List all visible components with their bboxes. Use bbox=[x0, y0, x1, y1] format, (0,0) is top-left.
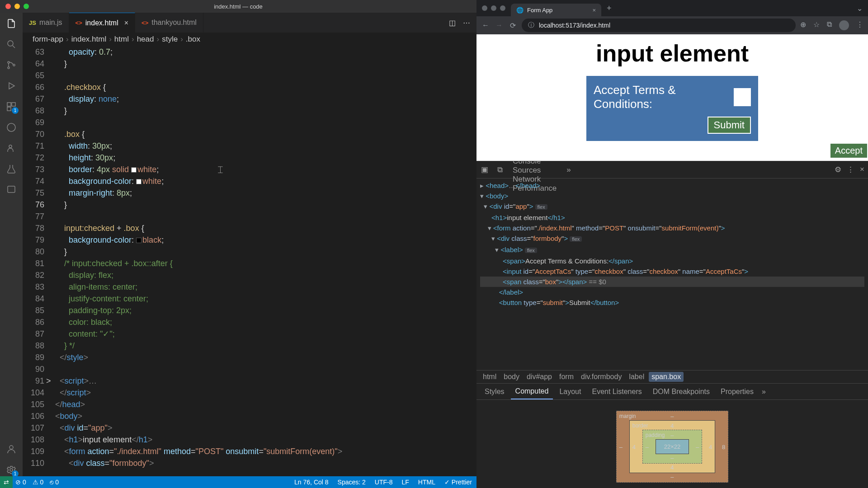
dom-node[interactable]: <span>Accept Terms & Conditions:</span> bbox=[480, 256, 864, 266]
status-lang[interactable]: HTML bbox=[418, 479, 435, 486]
disclosure-triangle-icon[interactable]: ▾ bbox=[495, 246, 499, 253]
minimize-window-icon[interactable] bbox=[14, 4, 20, 9]
custom-checkbox[interactable] bbox=[734, 88, 751, 106]
browser-tab[interactable]: 🌐 Form App × bbox=[511, 4, 601, 16]
dom-node[interactable]: </label> bbox=[480, 287, 864, 297]
inspect-icon[interactable]: ▣ bbox=[476, 165, 493, 174]
code-line[interactable]: <body> bbox=[55, 410, 476, 422]
breadcrumb-item[interactable]: index.html bbox=[71, 35, 106, 44]
code-line[interactable]: background-color: black; bbox=[55, 234, 476, 246]
code-line[interactable]: <form action="./index.html" method="POST… bbox=[55, 446, 476, 457]
run-debug-icon[interactable] bbox=[5, 80, 18, 92]
more-tabs-icon[interactable]: » bbox=[562, 165, 575, 174]
code-line[interactable]: width: 30px; bbox=[55, 140, 476, 152]
more-subtabs-icon[interactable]: » bbox=[762, 388, 766, 396]
code-line[interactable]: opacity: 0.7; bbox=[55, 46, 476, 58]
forward-button[interactable]: → bbox=[495, 21, 504, 29]
code-line[interactable]: .checkbox { bbox=[55, 81, 476, 93]
breadcrumb-item[interactable]: .box bbox=[186, 35, 200, 44]
dom-node[interactable]: ▾ <form action="./index.html" method="PO… bbox=[480, 223, 864, 233]
code-line[interactable] bbox=[55, 117, 476, 128]
devtools-tab[interactable]: Sources bbox=[507, 166, 562, 175]
fold-icon[interactable]: > bbox=[46, 375, 51, 387]
testing-icon[interactable] bbox=[5, 163, 18, 175]
breadcrumb-item[interactable]: style bbox=[162, 35, 178, 44]
code-line[interactable]: } */ bbox=[55, 340, 476, 352]
code-line[interactable]: padding-top: 2px; bbox=[55, 305, 476, 316]
status-errors[interactable]: ⊘ 0 bbox=[15, 479, 26, 486]
split-editor-icon[interactable]: ◫ bbox=[449, 19, 456, 27]
code-line[interactable]: } bbox=[55, 199, 476, 211]
code-line[interactable]: } bbox=[55, 105, 476, 117]
code-line[interactable]: border: 4px solid white;⌶ bbox=[55, 164, 476, 175]
close-tab-icon[interactable]: × bbox=[124, 19, 128, 27]
dom-crumb[interactable]: div#app bbox=[524, 372, 555, 382]
code-line[interactable]: <div id="app"> bbox=[55, 422, 476, 434]
devtools-subtab[interactable]: Styles bbox=[480, 384, 509, 399]
code-line[interactable] bbox=[55, 363, 476, 375]
dom-crumb[interactable]: div.formbody bbox=[578, 372, 624, 382]
disclosure-triangle-icon[interactable] bbox=[488, 214, 490, 221]
code-line[interactable]: display: none; bbox=[55, 93, 476, 105]
code-line[interactable]: display: flex; bbox=[55, 269, 476, 281]
dom-tree[interactable]: ▸ <head>…</head>▾ <body> ▾ <div id="app"… bbox=[476, 178, 868, 370]
more-actions-icon[interactable]: ⋯ bbox=[463, 19, 470, 27]
code-line[interactable]: background-color: white; bbox=[55, 175, 476, 187]
close-tab-icon[interactable]: × bbox=[592, 7, 596, 14]
code-line[interactable]: } bbox=[55, 246, 476, 258]
status-warnings[interactable]: ⚠ 0 bbox=[33, 479, 44, 486]
dom-crumb[interactable]: body bbox=[501, 372, 522, 382]
code-line[interactable]: color: black; bbox=[55, 316, 476, 328]
search-icon[interactable] bbox=[5, 38, 18, 51]
breadcrumb-item[interactable]: head bbox=[137, 35, 154, 44]
editor-tab[interactable]: JSmain.js bbox=[23, 13, 69, 33]
code-line[interactable]: input:checked + .box { bbox=[55, 222, 476, 234]
remote-indicator[interactable]: ⇄ bbox=[0, 476, 13, 488]
code-line[interactable]: margin-right: 8px; bbox=[55, 187, 476, 199]
status-lncol[interactable]: Ln 76, Col 8 bbox=[294, 479, 329, 486]
code-line[interactable]: <div class="formbody"> bbox=[55, 457, 476, 469]
code-line[interactable]: <h1>input element</h1> bbox=[55, 434, 476, 446]
disclosure-triangle-icon[interactable] bbox=[499, 257, 501, 265]
status-encoding[interactable]: UTF-8 bbox=[375, 479, 393, 486]
disclosure-triangle-icon[interactable]: ▾ bbox=[491, 235, 495, 242]
live-share-icon[interactable] bbox=[5, 142, 18, 155]
code-line[interactable]: content: "✓"; bbox=[55, 328, 476, 340]
accept-button[interactable]: Accept bbox=[830, 143, 868, 159]
disclosure-triangle-icon[interactable] bbox=[499, 267, 501, 275]
new-tab-button[interactable]: + bbox=[601, 4, 617, 13]
disclosure-triangle-icon[interactable]: ▾ bbox=[480, 192, 484, 200]
close-window-icon[interactable] bbox=[482, 5, 487, 11]
code-line[interactable]: > <script>… bbox=[55, 375, 476, 387]
status-prettier[interactable]: ✓ Prettier bbox=[444, 479, 472, 486]
dom-node[interactable]: ▾ <label>flex bbox=[480, 244, 864, 256]
breadcrumb-item[interactable]: html bbox=[114, 35, 129, 44]
devtools-menu-icon[interactable]: ⋮ bbox=[847, 165, 854, 174]
menu-dots-icon[interactable]: ⋮ bbox=[856, 20, 863, 30]
dom-breadcrumb[interactable]: htmlbodydiv#appformdiv.formbodylabelspan… bbox=[476, 370, 868, 384]
minimize-window-icon[interactable] bbox=[491, 5, 496, 11]
dom-node[interactable]: ▸ <head>…</head> bbox=[480, 180, 864, 191]
source-control-icon[interactable] bbox=[5, 59, 18, 71]
editor-tab[interactable]: <>index.html× bbox=[69, 13, 135, 33]
disclosure-triangle-icon[interactable]: ▾ bbox=[484, 202, 487, 210]
explorer-icon[interactable] bbox=[5, 17, 18, 30]
dom-node[interactable]: ▾ <div id="app">flex bbox=[480, 201, 864, 212]
site-info-icon[interactable]: ⓘ bbox=[528, 21, 534, 29]
bookmark-star-icon[interactable]: ☆ bbox=[813, 20, 820, 30]
code-line[interactable]: </script> bbox=[55, 387, 476, 399]
dom-node[interactable]: ▾ <div class="formbody">flex bbox=[480, 233, 864, 244]
devtools-close-icon[interactable]: × bbox=[860, 165, 864, 174]
zoom-window-icon[interactable] bbox=[500, 5, 505, 11]
code-line[interactable]: align-items: center; bbox=[55, 281, 476, 293]
submit-button[interactable]: Submit bbox=[708, 117, 751, 134]
code-line[interactable]: height: 30px; bbox=[55, 152, 476, 164]
devtools-subtab[interactable]: Properties bbox=[716, 384, 758, 399]
profile-avatar[interactable] bbox=[839, 20, 849, 30]
devtools-subtab[interactable]: Layout bbox=[555, 384, 585, 399]
address-bar[interactable]: ⓘ localhost:5173/index.html bbox=[522, 19, 796, 32]
code-line[interactable] bbox=[55, 70, 476, 81]
status-eol[interactable]: LF bbox=[402, 479, 409, 486]
dom-crumb[interactable]: span.box bbox=[649, 372, 684, 382]
close-window-icon[interactable] bbox=[5, 4, 11, 9]
